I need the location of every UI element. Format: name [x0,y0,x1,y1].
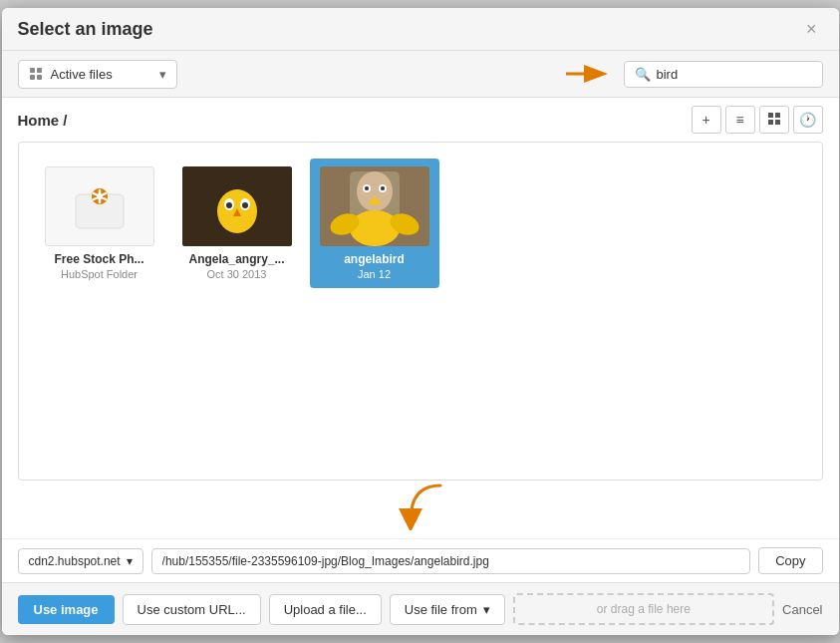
svg-point-17 [242,202,248,208]
angry-bird-thumbnail [182,166,292,246]
list-view-button[interactable]: ≡ [725,106,755,134]
svg-rect-0 [30,68,35,73]
drag-label: or drag a file here [597,602,691,616]
svg-rect-9 [775,120,780,125]
add-button[interactable]: + [692,106,721,134]
dropdown-chevron-icon: ▾ [159,67,166,82]
file-thumbnail-angelabird [320,166,429,246]
file-item-angelabird[interactable]: angelabird Jan 12 [310,159,439,288]
svg-rect-7 [775,113,780,118]
dialog-header: Select an image × [2,8,839,51]
history-button[interactable]: 🕐 [793,106,823,134]
history-icon: 🕐 [799,112,816,128]
svg-point-11 [97,193,103,199]
svg-point-21 [357,171,393,211]
hubspot-folder-icon [68,174,132,238]
action-bar: Use image Use custom URL... Upload a fil… [2,582,839,635]
file-name-1: Angela_angry_... [188,252,284,266]
use-image-button[interactable]: Use image [18,595,115,624]
use-file-from-button[interactable]: Use file from ▾ [390,594,505,625]
file-name-2: angelabird [344,252,405,266]
url-path-field[interactable] [151,548,751,574]
files-icon [29,67,43,81]
file-item-angela[interactable]: Angela_angry_... Oct 30 2013 [172,159,302,288]
file-meta-1: Oct 30 2013 [207,268,267,280]
search-box: 🔍 [624,61,823,88]
arrow-down-container [2,481,839,530]
search-icon: 🔍 [635,67,651,82]
use-file-dropdown-chevron: ▾ [483,602,490,617]
svg-rect-3 [37,75,42,80]
grid-view-icon [767,112,781,129]
file-area: Free Stock Ph... HubSpot Folder Angela_a… [18,142,823,481]
active-files-label: Active files [51,67,113,82]
svg-point-26 [381,186,385,190]
svg-point-16 [226,202,232,208]
custom-url-button[interactable]: Use custom URL... [123,594,261,625]
arrow-annotation-down [391,481,450,530]
bottom-url-bar: cdn2.hubspot.net ▾ Copy [2,538,839,582]
upload-file-button[interactable]: Upload a file... [269,594,382,625]
search-area: 🔍 [564,59,823,89]
breadcrumb: Home / [18,112,68,129]
svg-rect-6 [768,113,773,118]
arrow-annotation-right [564,59,614,89]
file-thumbnail-hubspot [45,166,154,246]
angelabird-photo [320,166,429,246]
file-meta-2: Jan 12 [358,268,391,280]
copy-button[interactable]: Copy [758,547,822,574]
file-name-0: Free Stock Ph... [54,252,143,266]
view-buttons: + ≡ 🕐 [692,106,823,134]
select-image-dialog: Select an image × Active files ▾ [2,8,839,635]
drag-drop-area: or drag a file here [513,593,774,625]
file-meta-0: HubSpot Folder [61,268,138,280]
file-thumbnail-angela [182,166,292,246]
grid-view-button[interactable] [759,106,789,134]
file-item-hubspot[interactable]: Free Stock Ph... HubSpot Folder [35,159,164,288]
svg-rect-1 [37,68,42,73]
svg-point-25 [365,186,369,190]
list-view-icon: ≡ [735,112,743,128]
svg-rect-2 [30,75,35,80]
search-input[interactable] [657,67,812,82]
cdn-domain-label: cdn2.hubspot.net [29,554,121,568]
active-files-dropdown[interactable]: Active files ▾ [18,60,177,89]
dialog-title: Select an image [18,19,153,40]
cancel-button[interactable]: Cancel [782,602,822,617]
cdn-dropdown-chevron: ▾ [127,554,133,568]
add-icon: + [701,112,709,128]
close-button[interactable]: × [800,18,823,40]
svg-point-27 [350,210,400,246]
svg-rect-8 [768,120,773,125]
cdn-domain-dropdown[interactable]: cdn2.hubspot.net ▾ [18,548,143,574]
use-file-from-label: Use file from [405,602,477,617]
toolbar: Active files ▾ 🔍 [2,51,839,98]
nav-bar: Home / + ≡ 🕐 [2,98,839,142]
